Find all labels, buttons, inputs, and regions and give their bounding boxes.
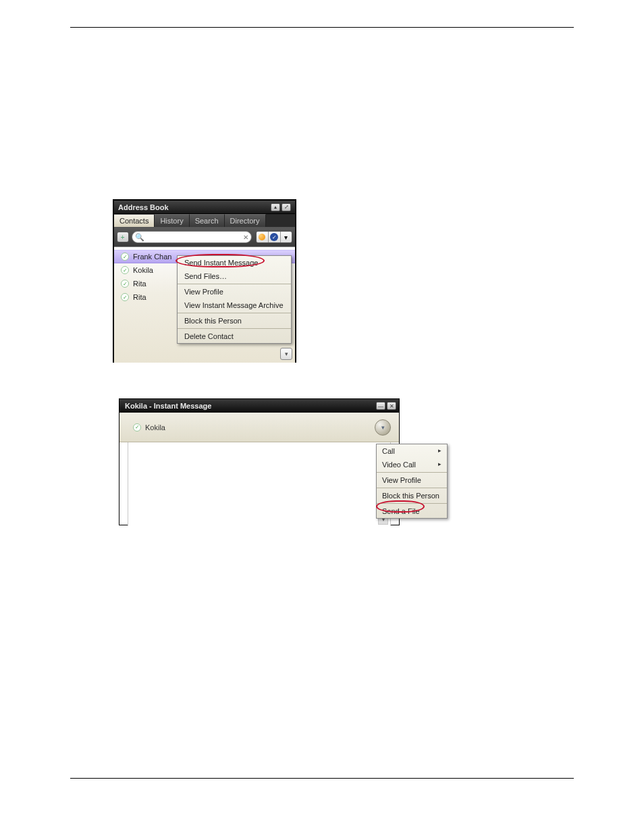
contact-name: Rita: [133, 280, 146, 288]
menu-send-instant-message[interactable]: Send Instant Message: [178, 256, 291, 269]
close-button[interactable]: ✕: [387, 402, 396, 410]
contact-name: Kokila: [145, 423, 165, 432]
clear-search-icon[interactable]: ✕: [243, 234, 248, 241]
menu-separator: [178, 313, 291, 313]
chevron-right-icon: ▸: [438, 447, 441, 455]
expand-button[interactable]: ⤢: [281, 203, 291, 211]
menu-view-profile[interactable]: View Profile: [377, 473, 447, 487]
tab-label: Directory: [230, 217, 260, 225]
menu-label: Video Call: [382, 461, 416, 469]
menu-call[interactable]: Call▸: [377, 444, 447, 458]
tab-label: Contacts: [119, 217, 149, 225]
filter-online-button[interactable]: ✓: [268, 232, 280, 242]
check-icon: ✓: [270, 233, 278, 241]
menu-label: Send Files…: [184, 272, 227, 280]
search-toolbar: + 🔍 ✕ ✓ ▾: [114, 228, 295, 246]
menu-separator: [377, 472, 447, 473]
menu-label: Send a File: [382, 507, 420, 515]
actions-dropdown-button[interactable]: ▾: [375, 419, 391, 436]
filter-away-button[interactable]: [257, 232, 268, 242]
add-contact-icon[interactable]: +: [117, 232, 129, 242]
search-icon: 🔍: [135, 233, 144, 242]
im-contact: Kokila: [133, 423, 375, 432]
status-online-icon: [121, 253, 129, 261]
menu-separator: [178, 284, 291, 284]
contact-name: Kokila: [133, 266, 153, 274]
tab-directory[interactable]: Directory: [225, 214, 266, 227]
chevron-right-icon: ▸: [438, 461, 441, 469]
menu-label: Block this Person: [184, 317, 242, 325]
menu-video-call[interactable]: Video Call▸: [377, 458, 447, 471]
filter-dropdown-button[interactable]: ▾: [280, 232, 292, 242]
away-icon: [259, 234, 265, 240]
contact-context-menu: Send Instant Message Send Files… View Pr…: [177, 255, 292, 344]
menu-label: View Profile: [184, 288, 223, 296]
menu-block-person[interactable]: Block this Person: [377, 489, 447, 502]
titlebar: Kokila - Instant Message — ✕: [119, 399, 399, 413]
tab-history[interactable]: History: [155, 214, 189, 227]
tab-search[interactable]: Search: [190, 214, 225, 227]
status-online-icon: [121, 266, 129, 274]
tab-label: History: [160, 217, 183, 225]
window-title: Address Book: [118, 203, 269, 211]
filter-group: ✓ ▾: [256, 231, 292, 243]
search-input[interactable]: 🔍 ✕: [132, 231, 252, 243]
minimize-button[interactable]: ▴: [271, 203, 280, 211]
status-online-icon: [121, 280, 129, 288]
menu-separator: [178, 328, 291, 329]
window-title: Kokila - Instant Message: [125, 402, 375, 410]
titlebar: Address Book ▴ ⤢: [114, 201, 295, 214]
contact-name: Frank Chan: [133, 253, 171, 261]
status-online-icon: [121, 293, 129, 301]
menu-send-files[interactable]: Send Files…: [178, 269, 291, 283]
menu-label: View Instant Message Archive: [184, 301, 284, 309]
im-header: Kokila ▾: [119, 413, 399, 442]
menu-view-profile[interactable]: View Profile: [178, 285, 291, 298]
status-online-icon: [133, 423, 141, 432]
page-rule-top: [70, 27, 574, 28]
menu-label: View Profile: [382, 476, 421, 484]
menu-separator: [377, 503, 447, 504]
tab-bar: Contacts History Search Directory: [114, 214, 295, 228]
menu-view-archive[interactable]: View Instant Message Archive: [178, 298, 291, 312]
im-window: Kokila - Instant Message — ✕ Kokila ▾ ▴ …: [119, 398, 400, 525]
message-area[interactable]: [128, 442, 391, 526]
menu-send-file[interactable]: Send a File: [377, 504, 447, 518]
menu-separator: [377, 488, 447, 488]
im-actions-menu: Call▸ Video Call▸ View Profile Block thi…: [376, 444, 448, 519]
menu-label: Block this Person: [382, 492, 439, 500]
tab-contacts[interactable]: Contacts: [114, 214, 155, 227]
menu-label: Call: [382, 447, 395, 455]
search-field[interactable]: [147, 232, 243, 242]
menu-delete-contact[interactable]: Delete Contact: [178, 330, 291, 343]
tab-label: Search: [195, 217, 219, 225]
contact-name: Rita: [133, 293, 146, 301]
menu-label: Send Instant Message: [184, 259, 258, 267]
menu-label: Delete Contact: [184, 332, 234, 340]
minimize-button[interactable]: —: [376, 402, 385, 410]
menu-block-person[interactable]: Block this Person: [178, 314, 291, 328]
page-rule-bottom: [70, 778, 574, 779]
scroll-down-button[interactable]: ▾: [280, 348, 292, 360]
